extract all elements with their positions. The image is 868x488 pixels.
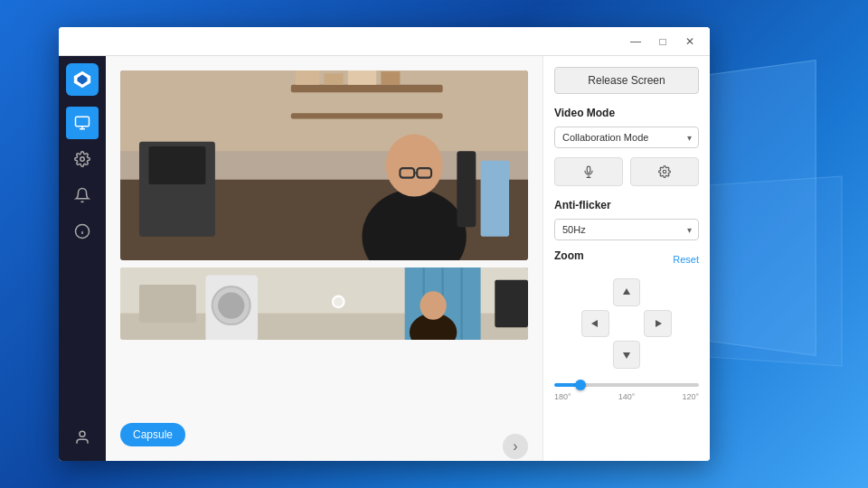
svg-rect-17 [381,71,400,85]
secondary-camera [120,267,528,340]
zoom-pad-empty-bl [581,341,609,369]
svg-point-22 [386,134,443,196]
zoom-down-icon [622,351,631,360]
info-icon [74,223,90,239]
camera-main-image [120,70,528,260]
media-controls [554,157,699,186]
settings-icon [74,151,90,167]
microphone-button[interactable] [554,157,623,186]
zoom-label-max: 120° [682,392,699,401]
title-bar: — □ ✕ [59,27,710,56]
capsule-button[interactable]: Capsule [120,423,185,446]
sidebar-item-notifications[interactable] [66,179,99,211]
video-mode-label: Video Mode [554,107,699,119]
svg-rect-26 [457,151,476,227]
sidebar-item-screen[interactable] [66,107,99,139]
svg-marker-49 [656,320,662,327]
svg-rect-14 [296,70,319,85]
zoom-pad-empty-tl [581,278,609,306]
app-logo [66,63,99,96]
minimize-button[interactable]: — [623,32,648,52]
svg-rect-20 [148,146,205,184]
nav-arrow-icon: › [513,438,517,455]
svg-rect-35 [495,280,528,327]
sidebar-item-settings[interactable] [66,143,99,175]
svg-rect-12 [291,85,443,92]
camera-settings-icon [658,165,671,178]
svg-rect-16 [348,70,376,85]
zoom-left-button[interactable] [581,310,609,338]
zoom-pad [581,278,672,369]
window-controls: — □ ✕ [623,32,703,52]
sidebar-item-profile[interactable] [66,421,99,454]
logo-icon [72,70,92,89]
svg-rect-38 [139,285,196,323]
anti-flicker-select[interactable]: 50Hz 60Hz Auto [554,219,699,240]
maximize-button[interactable]: □ [650,32,675,52]
monitor-icon [74,115,90,131]
svg-rect-13 [291,113,443,118]
camera-secondary-scene [120,267,528,340]
zoom-slider-track [554,383,699,387]
zoom-label-mid: 140° [618,392,636,401]
release-screen-button[interactable]: Release Screen [554,67,699,94]
camera-grid [120,70,528,407]
app-window: — □ ✕ [59,27,710,461]
video-mode-select[interactable]: Collaboration Mode Normal Mode HD Mode [554,127,699,148]
svg-point-9 [80,431,85,436]
nav-arrow-button[interactable]: › [503,434,528,459]
svg-point-42 [333,296,344,308]
person-icon [74,429,90,446]
svg-rect-43 [587,166,590,173]
svg-rect-15 [325,73,344,85]
svg-marker-50 [623,352,630,359]
camera-secondary-image [120,267,528,340]
sidebar-item-info[interactable] [66,215,99,248]
video-mode-dropdown-wrapper: Collaboration Mode Normal Mode HD Mode [554,127,699,148]
anti-flicker-label: Anti-flicker [554,199,699,211]
svg-point-46 [663,170,666,174]
zoom-reset-link[interactable]: Reset [673,254,699,265]
sidebar [59,56,106,461]
zoom-down-button[interactable] [613,341,641,369]
camera-settings-button[interactable] [630,157,699,186]
desktop-decoration-2 [703,176,843,367]
zoom-right-icon [654,319,663,328]
zoom-labels: 180° 140° 120° [554,392,699,401]
zoom-slider-container: 180° 140° 120° [554,380,699,405]
zoom-up-icon [622,287,631,296]
zoom-label-min: 180° [554,392,571,401]
right-panel: Release Screen Video Mode Collaboration … [542,56,710,461]
svg-point-5 [80,157,85,162]
bottom-bar: Capsule › [120,414,528,446]
anti-flicker-dropdown-wrapper: 50Hz 60Hz Auto [554,219,699,240]
zoom-right-button[interactable] [644,310,672,338]
svg-rect-27 [481,161,509,237]
svg-point-37 [420,291,446,319]
zoom-label: Zoom [554,249,584,262]
svg-marker-47 [623,288,630,295]
svg-point-41 [218,292,244,318]
microphone-icon [582,165,595,178]
zoom-header: Zoom Reset [554,249,699,269]
svg-rect-2 [76,117,90,127]
zoom-left-icon [590,319,599,328]
zoom-slider-thumb[interactable] [575,380,586,390]
zoom-pad-empty-tr [644,278,672,306]
camera-main-scene [120,70,528,260]
close-button[interactable]: ✕ [677,32,703,52]
main-camera [120,70,528,260]
zoom-pad-empty-br [644,341,672,369]
window-body: Capsule › Release Screen Video Mode Coll… [59,56,710,461]
svg-marker-48 [591,320,598,327]
zoom-up-button[interactable] [613,278,641,306]
zoom-pad-center [613,310,641,338]
main-content: Capsule › [106,56,542,461]
bell-icon [74,187,90,203]
